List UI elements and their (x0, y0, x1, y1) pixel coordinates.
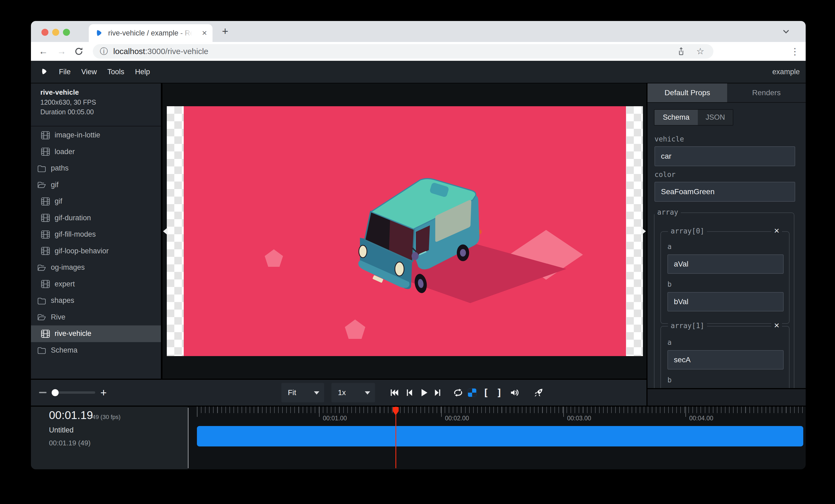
zoom-in-icon[interactable]: + (98, 387, 109, 398)
previous-frame-icon[interactable] (404, 388, 414, 398)
array-0-a-input[interactable] (667, 254, 783, 274)
array-item-0-legend: array[0] (668, 227, 707, 235)
ruler-label: 00:02.00 (445, 415, 469, 422)
ruler-major-tick (686, 407, 686, 417)
share-icon[interactable] (677, 47, 686, 56)
forward-icon[interactable]: → (56, 46, 67, 57)
bookmark-star-icon[interactable]: ☆ (696, 46, 704, 57)
preview-canvas (162, 83, 647, 379)
window-minimize-icon[interactable] (52, 29, 59, 36)
back-icon[interactable]: ← (38, 46, 49, 57)
zoom-out-icon[interactable] (39, 392, 46, 393)
color-field-label: color (654, 170, 675, 178)
composition-resolution: 1200x630, 30 FPS (40, 99, 96, 106)
film-icon (41, 147, 50, 156)
new-tab-button[interactable]: + (219, 25, 231, 37)
sidebar-item-shapes[interactable]: shapes (31, 292, 161, 309)
film-icon (41, 280, 50, 288)
array-1-a-input[interactable] (667, 350, 783, 370)
sidebar-item-gif-duration[interactable]: gif-duration (31, 210, 161, 227)
jump-to-start-icon[interactable] (389, 388, 399, 398)
b-field-label: b (667, 280, 672, 288)
window-zoom-icon[interactable] (63, 29, 70, 36)
sidebar-divider (31, 126, 161, 126)
menu-view[interactable]: View (81, 61, 97, 83)
array-fieldset: array array[0] × a b array[1] × a b (654, 212, 794, 388)
sidebar-item-label: shapes (51, 296, 74, 305)
sidebar-item-gif-loop-behavior[interactable]: gif-loop-behavior (31, 243, 161, 259)
tab-search-chevron-icon[interactable] (781, 27, 791, 36)
toggle-json[interactable]: JSON (698, 110, 733, 125)
menu-help[interactable]: Help (135, 61, 150, 83)
menu-tools[interactable]: Tools (107, 61, 124, 83)
sidebar-item-rive-folder[interactable]: Rive (31, 309, 161, 326)
tab-renders[interactable]: Renders (727, 83, 806, 102)
transparency-checker-toggle-icon[interactable] (467, 388, 477, 398)
ruler-major-tick (563, 407, 564, 417)
loop-icon[interactable] (453, 388, 463, 398)
tab-default-props[interactable]: Default Props (648, 83, 727, 102)
sidebar-item-schema[interactable]: Schema (31, 342, 161, 359)
folder-open-icon (37, 181, 46, 189)
playhead-handle[interactable] (392, 407, 399, 416)
film-icon (41, 197, 50, 206)
sidebar-item-gif-folder[interactable]: gif (31, 177, 161, 193)
sidebar-item-label: gif-duration (55, 214, 91, 222)
sidebar-item-expert[interactable]: expert (31, 276, 161, 293)
window-close-icon[interactable] (41, 29, 48, 36)
sidebar-item-og-images[interactable]: og-images (31, 259, 161, 276)
play-icon[interactable] (419, 388, 429, 398)
tabs-divider (648, 102, 806, 103)
film-icon (41, 330, 50, 338)
toggle-schema[interactable]: Schema (654, 110, 698, 125)
b-field-label: b (667, 376, 672, 384)
ruler-label: 00:01.00 (323, 415, 347, 422)
remove-array-item-1-icon[interactable]: × (771, 320, 782, 330)
sidebar-item-gif[interactable]: gif (31, 193, 161, 210)
sidebar-item-label: gif (55, 197, 62, 206)
color-input[interactable] (654, 182, 795, 202)
fit-dropdown[interactable]: Fit (281, 383, 324, 402)
tab-close-icon[interactable]: × (200, 29, 209, 37)
browser-tab[interactable]: rive-vehicle / example - Remot × (89, 24, 212, 42)
site-info-icon[interactable]: ⓘ (100, 47, 108, 56)
in-marker-icon[interactable]: [ (481, 387, 491, 399)
volume-icon[interactable] (510, 388, 520, 398)
a-field-label: a (667, 338, 672, 346)
render-rocket-icon[interactable] (534, 388, 544, 398)
sidebar-item-gif-fill-modes[interactable]: gif-fill-modes (31, 226, 161, 243)
timeline-track-bar[interactable] (197, 426, 803, 446)
folder-icon (37, 346, 46, 355)
sidebar-item-label: Rive (51, 313, 65, 321)
ruler-major-tick (441, 407, 442, 417)
sidebar-item-image-in-lottie[interactable]: image-in-lottie (31, 127, 161, 144)
tab-title-fade (178, 26, 197, 41)
sidebar-item-label: loader (55, 148, 75, 156)
sidebar-item-paths[interactable]: paths (31, 160, 161, 177)
playback-speed-dropdown[interactable]: 1x (331, 383, 375, 402)
array-0-b-input[interactable] (667, 292, 783, 311)
preview-toolbar: + Fit 1x [ ] (31, 380, 647, 405)
menu-file[interactable]: File (59, 61, 71, 83)
reload-icon[interactable] (74, 46, 84, 56)
browser-menu-icon[interactable]: ⋮ (790, 45, 800, 57)
collapse-right-panel-icon[interactable] (641, 228, 646, 235)
sidebar-item-rive-vehicle[interactable]: rive-vehicle (31, 326, 161, 342)
remove-array-item-0-icon[interactable]: × (771, 225, 782, 236)
vehicle-input[interactable] (654, 146, 795, 166)
sidebar-item-loader[interactable]: loader (31, 144, 161, 160)
remotion-logo-icon[interactable] (41, 67, 49, 76)
url-field[interactable]: ⓘ localhost:3000/rive-vehicle ☆ (93, 44, 713, 59)
next-frame-icon[interactable] (433, 388, 443, 398)
zoom-slider-knob[interactable] (52, 389, 59, 396)
tab-strip: rive-vehicle / example - Remot × + (31, 21, 806, 42)
collapse-left-panel-icon[interactable] (163, 228, 168, 235)
ruler-major-tick (197, 407, 198, 417)
timeline-ruler[interactable] (197, 407, 803, 413)
sidebar-item-label: expert (55, 280, 75, 288)
out-marker-icon[interactable]: ] (494, 387, 504, 399)
sidebar-item-label: og-images (51, 263, 85, 272)
folder-icon (37, 164, 46, 173)
timeline-panel-resize-handle[interactable] (188, 408, 188, 468)
track-name: Untitled (49, 426, 74, 434)
